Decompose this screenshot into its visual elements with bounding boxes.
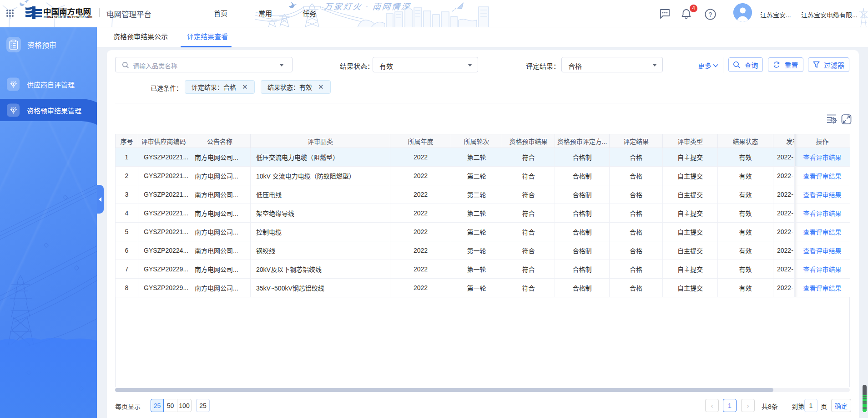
svg-text:万家灯火 · 南网情深: 万家灯火 · 南网情深 [323,2,411,11]
svg-text:?: ? [709,11,712,18]
